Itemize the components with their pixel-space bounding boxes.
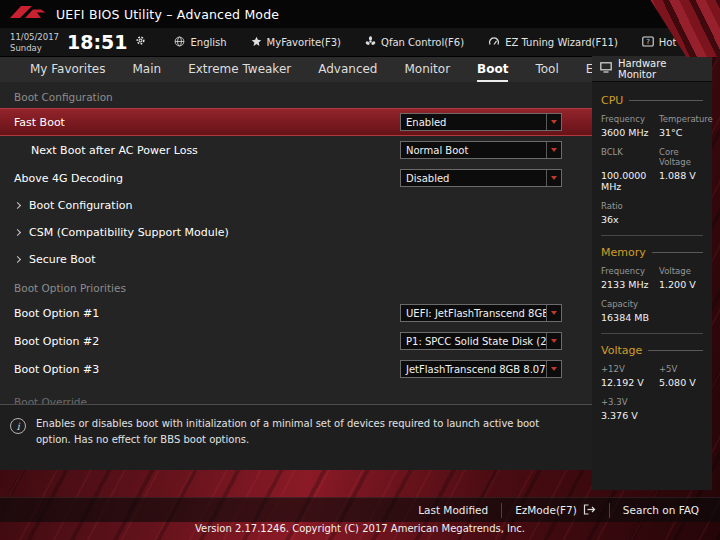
hw-label: BCLK bbox=[601, 147, 659, 167]
button-label: EZ Tuning Wizard(F11) bbox=[505, 37, 618, 48]
day-label: Sunday bbox=[10, 43, 59, 54]
hw-value: 12.192 V bbox=[601, 377, 659, 388]
hw-value: 16384 MB bbox=[601, 312, 659, 323]
link-label: Boot Configuration bbox=[29, 199, 132, 212]
tab-extreme-tweaker[interactable]: Extreme Tweaker bbox=[188, 57, 291, 82]
chevron-down-icon bbox=[546, 333, 561, 349]
dropdown-value: Enabled bbox=[401, 117, 546, 128]
chevron-down-icon bbox=[546, 170, 561, 186]
row-above-4g-decoding[interactable]: Above 4G Decoding Disabled bbox=[0, 164, 592, 192]
voltage-12v-5v: +12V +5V 12.192 V 5.080 V bbox=[601, 364, 703, 388]
boot-option-2-dropdown[interactable]: P1: SPCC Solid State Disk (2289 bbox=[400, 332, 562, 350]
button-label: Qfan Control(F6) bbox=[381, 37, 464, 48]
boot-option-1-dropdown[interactable]: UEFI: JetFlashTranscend 8GB 8.0 bbox=[400, 304, 562, 322]
row-next-boot-after-ac-power-loss[interactable]: Next Boot after AC Power Loss Normal Boo… bbox=[0, 136, 592, 164]
search-faq-button[interactable]: Search on FAQ bbox=[609, 503, 712, 518]
search-faq-label: Search on FAQ bbox=[623, 504, 699, 516]
above-4g-decoding-dropdown[interactable]: Disabled bbox=[400, 169, 562, 187]
hw-label: Voltage bbox=[659, 266, 703, 276]
ez-tuning-wizard-button[interactable]: EZ Tuning Wizard(F11) bbox=[488, 36, 618, 49]
language-button[interactable]: English bbox=[174, 36, 226, 49]
memory-freq-voltage: Frequency Voltage 2133 MHz 1.200 V bbox=[601, 266, 703, 290]
link-label: CSM (Compatibility Support Module) bbox=[29, 226, 229, 239]
tab-tool[interactable]: Tool bbox=[535, 57, 558, 82]
boot-option-3-dropdown[interactable]: JetFlashTranscend 8GB 8.07 (74 bbox=[400, 360, 562, 378]
button-label: English bbox=[190, 37, 226, 48]
divider bbox=[601, 235, 703, 236]
info-icon: i bbox=[10, 418, 26, 434]
link-csm[interactable]: CSM (Compatibility Support Module) bbox=[0, 219, 592, 246]
bios-screen: UEFI BIOS Utility – Advanced Mode 11/05/… bbox=[0, 0, 720, 540]
last-modified-label: Last Modified bbox=[418, 504, 488, 516]
hw-value: 31°C bbox=[659, 127, 713, 138]
fast-boot-dropdown[interactable]: Enabled bbox=[400, 113, 562, 131]
main-panel: Boot Configuration Fast Boot Enabled Nex… bbox=[0, 82, 592, 470]
link-secure-boot[interactable]: Secure Boot bbox=[0, 246, 592, 273]
dropdown-value: UEFI: JetFlashTranscend 8GB 8.0 bbox=[401, 308, 546, 319]
tab-boot[interactable]: Boot bbox=[477, 57, 508, 82]
chevron-right-icon bbox=[14, 202, 21, 209]
clock-settings-gear-icon[interactable] bbox=[135, 31, 146, 50]
hardware-monitor-panel: Hardware Monitor CPU Frequency Temperatu… bbox=[592, 56, 712, 490]
hardware-monitor-body: CPU Frequency Temperature 3600 MHz 31°C … bbox=[592, 82, 712, 421]
tab-main[interactable]: Main bbox=[132, 57, 161, 82]
dropdown-value: Disabled bbox=[401, 173, 546, 184]
hw-value: 1.200 V bbox=[659, 279, 703, 290]
hw-value: 100.0000 MHz bbox=[601, 170, 659, 192]
tab-advanced[interactable]: Advanced bbox=[318, 57, 377, 82]
row-boot-option-3[interactable]: Boot Option #3 JetFlashTranscend 8GB 8.0… bbox=[0, 355, 592, 383]
setting-label: Boot Option #3 bbox=[14, 363, 400, 376]
hw-label: Ratio bbox=[601, 201, 659, 211]
link-label: Secure Boot bbox=[29, 253, 96, 266]
chevron-down-icon bbox=[546, 361, 561, 377]
hw-label: +12V bbox=[601, 364, 659, 374]
cpu-section-title: CPU bbox=[601, 94, 703, 107]
dropdown-value: JetFlashTranscend 8GB 8.07 (74 bbox=[401, 364, 546, 375]
chevron-right-icon bbox=[14, 256, 21, 263]
chevron-down-icon bbox=[546, 142, 561, 158]
hardware-monitor-title: Hardware Monitor bbox=[618, 58, 704, 80]
monitor-icon bbox=[600, 62, 612, 75]
button-label: MyFavorite(F3) bbox=[267, 37, 341, 48]
chevron-down-icon bbox=[546, 305, 561, 321]
exit-arrow-icon bbox=[583, 504, 596, 517]
divider bbox=[601, 333, 703, 334]
tab-my-favorites[interactable]: My Favorites bbox=[30, 57, 105, 82]
gauge-icon bbox=[488, 36, 500, 49]
help-text: Enables or disables boot with initializa… bbox=[36, 416, 568, 447]
next-boot-after-ac-power-loss-dropdown[interactable]: Normal Boot bbox=[400, 141, 562, 159]
info-bar: 11/05/2017 Sunday 18:51 English MyFavori… bbox=[0, 28, 720, 57]
cpu-ratio: Ratio 36x bbox=[601, 201, 703, 225]
menu-bar: My Favorites Main Extreme Tweaker Advanc… bbox=[0, 57, 592, 82]
globe-icon bbox=[174, 36, 185, 49]
section-boot-override: Boot Override bbox=[0, 396, 592, 404]
memory-capacity: Capacity 16384 MB bbox=[601, 299, 703, 323]
quick-buttons: English MyFavorite(F3) Qfan Control(F6) … bbox=[174, 36, 702, 49]
ezmode-button[interactable]: EzMode(F7) bbox=[501, 503, 609, 518]
setting-label: Fast Boot bbox=[14, 116, 400, 129]
qfan-control-button[interactable]: Qfan Control(F6) bbox=[365, 36, 464, 49]
hw-value: 5.080 V bbox=[659, 377, 703, 388]
voltage-section-title: Voltage bbox=[601, 344, 703, 357]
star-icon bbox=[251, 36, 262, 49]
myfavorite-button[interactable]: MyFavorite(F3) bbox=[251, 36, 341, 49]
datetime-block: 11/05/2017 Sunday 18:51 bbox=[0, 29, 146, 56]
dropdown-value: P1: SPCC Solid State Disk (2289 bbox=[401, 336, 546, 347]
link-boot-configuration[interactable]: Boot Configuration bbox=[0, 192, 592, 219]
section-boot-option-priorities: Boot Option Priorities bbox=[0, 282, 592, 294]
cpu-freq-temp: Frequency Temperature 3600 MHz 31°C bbox=[601, 114, 703, 138]
tab-monitor[interactable]: Monitor bbox=[404, 57, 450, 82]
hw-value: 2133 MHz bbox=[601, 279, 659, 290]
fan-icon bbox=[365, 36, 376, 49]
row-fast-boot[interactable]: Fast Boot Enabled bbox=[0, 108, 592, 136]
svg-text:?: ? bbox=[646, 38, 650, 46]
row-boot-option-2[interactable]: Boot Option #2 P1: SPCC Solid State Disk… bbox=[0, 327, 592, 355]
ezmode-label: EzMode(F7) bbox=[515, 504, 577, 516]
voltage-3v3: +3.3V 3.376 V bbox=[601, 397, 703, 421]
rog-logo-icon bbox=[10, 4, 46, 24]
cpu-bclk-corevoltage: BCLK Core Voltage 100.0000 MHz 1.088 V bbox=[601, 147, 703, 192]
help-panel: i Enables or disables boot with initiali… bbox=[0, 404, 592, 470]
last-modified-button[interactable]: Last Modified bbox=[405, 503, 501, 518]
row-boot-option-1[interactable]: Boot Option #1 UEFI: JetFlashTranscend 8… bbox=[0, 299, 592, 327]
hw-value: 3.376 V bbox=[601, 410, 659, 421]
